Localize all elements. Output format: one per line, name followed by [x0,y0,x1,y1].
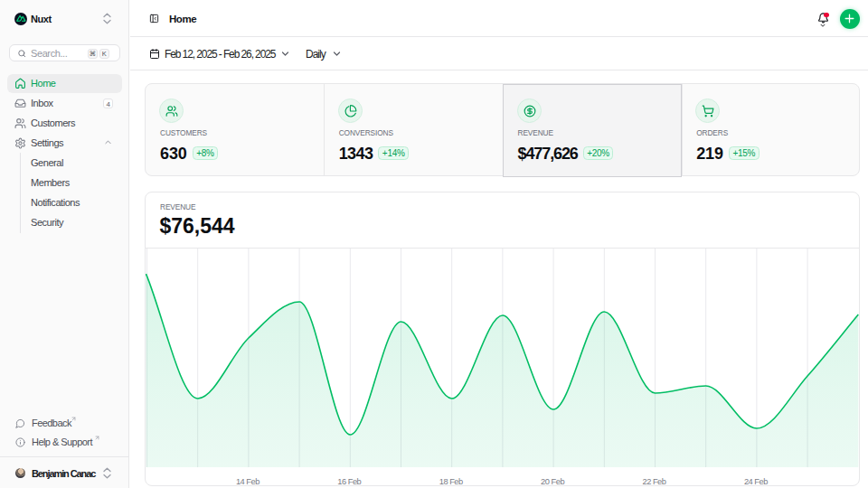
svg-text:20 Feb: 20 Feb [541,477,564,486]
svg-text:18 Feb: 18 Feb [439,477,463,486]
svg-text:22 Feb: 22 Feb [643,477,666,486]
svg-text:16 Feb: 16 Feb [337,477,361,486]
svg-text:14 Feb: 14 Feb [236,477,259,486]
svg-text:24 Feb: 24 Feb [744,477,768,486]
